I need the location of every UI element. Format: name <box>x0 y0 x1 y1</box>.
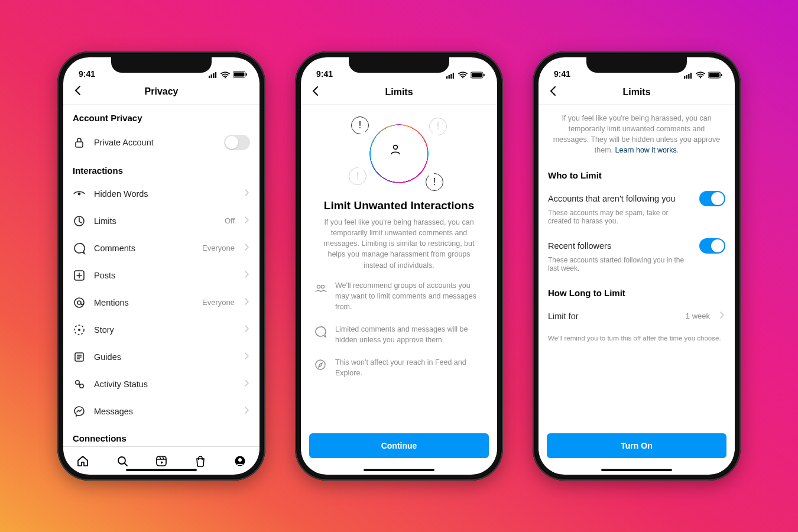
navbar: Limits <box>539 80 735 105</box>
row-label: Messages <box>94 407 226 416</box>
row-value: Everyone <box>202 244 235 252</box>
row-label: Limits <box>94 216 216 226</box>
continue-button[interactable]: Continue <box>309 433 489 458</box>
home-indicator[interactable] <box>601 469 672 471</box>
limit-for-value: 1 week <box>686 312 710 320</box>
status-icons <box>446 71 485 79</box>
learn-how-link[interactable]: Learn how it works <box>615 146 677 154</box>
option-desc: These accounts may be spam, fake or crea… <box>548 209 725 225</box>
row-label: Posts <box>94 271 226 280</box>
wifi-icon <box>458 71 468 79</box>
home-indicator[interactable] <box>126 469 197 471</box>
back-button[interactable] <box>309 85 322 100</box>
bullet-row: This won't affect your reach in Feed and… <box>301 351 497 384</box>
chevron-right-icon <box>243 378 250 390</box>
row-private-account[interactable]: Private Account <box>63 128 259 157</box>
chevron-right-icon <box>243 270 250 281</box>
alert-bubble-icon: ! <box>426 173 443 191</box>
chevron-right-icon <box>243 188 250 200</box>
wifi-icon <box>220 71 230 79</box>
tab-home[interactable] <box>76 455 89 468</box>
toggle-recent-followers[interactable] <box>699 238 725 254</box>
signal-icon <box>209 71 218 78</box>
home-indicator[interactable] <box>364 469 434 471</box>
chevron-right-icon <box>243 351 250 363</box>
hint-text: We'll remind you to turn this off after … <box>539 330 735 346</box>
hidden-words-icon <box>73 187 86 200</box>
back-button[interactable] <box>547 85 560 100</box>
row-label: Mentions <box>94 298 194 307</box>
story-icon <box>73 323 86 336</box>
section-how-long: How Long to Limit <box>539 280 735 303</box>
option-recent-followers: Recent followers These accounts started … <box>539 232 735 280</box>
page-title: Limits <box>622 87 650 98</box>
row-mentions[interactable]: Mentions Everyone <box>63 289 259 316</box>
messenger-icon <box>73 405 86 418</box>
row-messages[interactable]: Messages <box>63 398 259 425</box>
row-value: Off <box>225 216 235 225</box>
row-hidden-words[interactable]: Hidden Words <box>63 180 259 207</box>
limit-for-label: Limit for <box>548 312 677 321</box>
comment-icon <box>314 325 327 340</box>
guides-icon <box>73 351 86 364</box>
notch <box>586 57 687 73</box>
tab-shop[interactable] <box>194 455 207 468</box>
phone-limits-config: 9:41 Limits If you feel like you're bein… <box>533 51 741 481</box>
section-who-to-limit: Who to Limit <box>539 162 735 185</box>
intro-text: If you feel like you're being harassed, … <box>539 105 735 162</box>
tab-profile[interactable] <box>233 455 246 468</box>
row-posts[interactable]: Posts <box>63 262 259 289</box>
row-activity-status[interactable]: Activity Status <box>63 371 259 398</box>
navbar: Limits <box>301 80 497 105</box>
section-connections: Connections <box>63 425 259 447</box>
continue-label: Continue <box>381 441 417 450</box>
option-title: Recent followers <box>548 241 611 251</box>
row-label: Activity Status <box>94 379 226 389</box>
tab-search[interactable] <box>116 455 129 468</box>
toggle-not-following[interactable] <box>699 191 725 206</box>
page-title: Privacy <box>145 86 179 97</box>
bullet-text: Limited comments and messages will be hi… <box>335 324 484 345</box>
bullet-text: This won't affect your reach in Feed and… <box>335 357 484 378</box>
notch <box>111 57 212 73</box>
signal-icon <box>446 72 455 79</box>
option-not-following: Accounts that aren't following you These… <box>539 185 735 232</box>
hero-heading: Limit Unwanted Interactions <box>324 199 474 212</box>
chevron-right-icon <box>243 324 250 336</box>
phone-limits-intro: 9:41 Limits ! ! ! ! Limit Unwan <box>295 51 503 481</box>
section-interactions: Interactions <box>63 157 259 180</box>
turn-on-button[interactable]: Turn On <box>547 433 726 458</box>
chevron-right-icon <box>243 297 250 309</box>
private-account-toggle[interactable] <box>224 135 250 150</box>
bullet-row: Limited comments and messages will be hi… <box>301 318 497 351</box>
section-account-privacy: Account Privacy <box>63 105 259 128</box>
status-time: 9:41 <box>554 69 570 79</box>
tab-reels[interactable] <box>155 455 168 468</box>
row-guides[interactable]: Guides <box>63 343 259 371</box>
status-icons <box>209 71 248 79</box>
row-comments[interactable]: Comments Everyone <box>63 235 259 262</box>
row-label: Comments <box>94 244 194 253</box>
chevron-right-icon <box>243 215 250 227</box>
row-limits[interactable]: Limits Off <box>63 207 259 235</box>
option-title: Accounts that aren't following you <box>548 194 676 203</box>
hero-illustration: ! ! ! ! <box>337 115 461 192</box>
navbar: Privacy <box>63 80 259 105</box>
row-limit-for[interactable]: Limit for 1 week <box>539 303 735 330</box>
limits-config-content: If you feel like you're being harassed, … <box>539 105 735 475</box>
row-label: Hidden Words <box>94 189 226 199</box>
lock-icon <box>73 136 86 149</box>
back-button[interactable] <box>72 84 85 99</box>
battery-icon <box>471 72 485 79</box>
alert-bubble-faded-icon: ! <box>429 118 447 135</box>
status-icons <box>684 71 723 79</box>
bullet-text: We'll recommend groups of accounts you m… <box>335 280 484 312</box>
row-story[interactable]: Story <box>63 316 259 343</box>
limits-icon <box>73 215 86 228</box>
plus-square-icon <box>73 269 86 282</box>
people-icon <box>314 281 327 297</box>
bullet-row: We'll recommend groups of accounts you m… <box>301 274 497 318</box>
chevron-right-icon <box>243 406 250 417</box>
status-time: 9:41 <box>316 69 333 79</box>
hero: ! ! ! ! Limit Unwanted Interactions If y… <box>301 105 497 274</box>
